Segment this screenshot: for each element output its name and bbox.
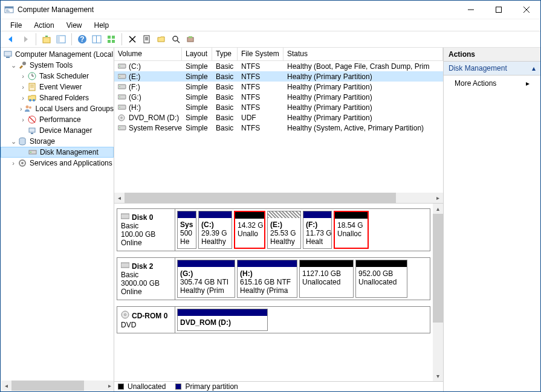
disk-map[interactable]: Disk 0 Basic 100.00 GB Online Sys500He (… — [114, 204, 433, 381]
tree-hscroll[interactable]: ◂▸ — [1, 381, 114, 391]
col-status[interactable]: Status — [283, 48, 443, 61]
svg-rect-63 — [118, 126, 126, 130]
svg-rect-51 — [118, 64, 126, 68]
chevron-right-icon[interactable]: › — [19, 116, 27, 123]
partition-unallocated[interactable]: 14.32 GUnallo — [234, 211, 265, 249]
chevron-right-icon[interactable]: › — [19, 105, 24, 112]
maximize-button[interactable] — [485, 1, 513, 19]
disk-2[interactable]: Disk 2 Basic 3000.00 GB Online (G:)305.7… — [117, 257, 430, 300]
more-actions[interactable]: More Actions▸ — [444, 76, 540, 91]
tree-event-viewer[interactable]: ›Event Viewer — [1, 82, 114, 92]
svg-rect-57 — [118, 95, 126, 99]
svg-rect-15 — [108, 36, 111, 39]
app-icon — [4, 5, 14, 14]
partition-unallocated[interactable]: 18.54 GUnalloc — [334, 211, 369, 249]
show-hide-tree-button[interactable] — [54, 33, 68, 46]
menu-help[interactable]: Help — [89, 20, 114, 31]
actions-section[interactable]: Disk Management▴ — [444, 62, 540, 76]
partition[interactable]: (H:)615.16 GB NTFHealthy (Prima — [237, 260, 297, 298]
volume-list[interactable]: Volume Layout Type File System Status (C… — [114, 48, 443, 204]
partition[interactable]: Sys500He — [177, 211, 196, 249]
volume-row[interactable]: (C:)SimpleBasicNTFSHealthy (Boot, Page F… — [114, 61, 443, 71]
partition[interactable]: (F:)11.73 GHealt — [303, 211, 332, 249]
volume-hscroll[interactable]: ◂▸ — [114, 193, 443, 203]
chevron-right-icon[interactable]: › — [19, 83, 27, 91]
svg-point-68 — [125, 314, 126, 316]
delete-icon[interactable] — [126, 33, 139, 46]
folder-share-icon — [27, 93, 37, 103]
svg-point-25 — [173, 36, 178, 41]
partition[interactable]: (G:)305.74 GB NTIHealthy (Prim — [177, 260, 235, 298]
chevron-right-icon[interactable]: › — [19, 72, 27, 80]
forward-button[interactable] — [19, 33, 32, 46]
menu-view[interactable]: View — [62, 20, 87, 31]
svg-rect-2 — [6, 10, 8, 10]
partition-unallocated[interactable]: 952.00 GBUnallocated — [355, 260, 407, 298]
chevron-right-icon[interactable]: › — [9, 159, 18, 167]
action-icon[interactable] — [184, 33, 197, 46]
svg-rect-14 — [96, 36, 97, 43]
svg-rect-65 — [121, 214, 129, 219]
svg-point-41 — [29, 106, 31, 109]
volume-row[interactable]: (G:)SimpleBasicNTFSHealthy (Primary Part… — [114, 92, 443, 102]
cdrom-label: CD-ROM 0 DVD — [117, 307, 175, 333]
col-volume[interactable]: Volume — [114, 48, 182, 61]
col-filesystem[interactable]: File System — [238, 48, 283, 61]
svg-point-56 — [119, 86, 120, 88]
close-button[interactable] — [513, 1, 540, 19]
svg-rect-66 — [121, 263, 129, 268]
tree-storage[interactable]: ⌄Storage — [1, 136, 114, 147]
partition[interactable]: (C:)29.39 GHealthy — [198, 211, 232, 249]
chevron-right-icon: ▸ — [526, 79, 530, 88]
tree-performance[interactable]: ›Performance — [1, 114, 114, 125]
tree-device-manager[interactable]: Device Manager — [1, 125, 114, 136]
tree-root[interactable]: Computer Management (Local — [1, 49, 114, 60]
disk-2-label: Disk 2 Basic 3000.00 GB Online — [117, 258, 175, 300]
partition[interactable]: DVD_ROM (D:) — [177, 309, 268, 331]
tree-shared-folders[interactable]: ›Shared Folders — [1, 92, 114, 103]
svg-point-52 — [119, 66, 120, 67]
svg-rect-27 — [187, 37, 193, 42]
partition-unallocated[interactable]: 1127.10 GBUnallocated — [299, 260, 354, 298]
back-button[interactable] — [4, 33, 18, 46]
tree-local-users[interactable]: ›Local Users and Groups — [1, 103, 114, 114]
col-layout[interactable]: Layout — [182, 48, 212, 61]
tree-task-scheduler[interactable]: ›Task Scheduler — [1, 71, 114, 82]
services-icon — [18, 158, 27, 168]
disk-0[interactable]: Disk 0 Basic 100.00 GB Online Sys500He (… — [117, 208, 430, 251]
rescan-icon[interactable] — [169, 33, 183, 46]
volume-headers[interactable]: Volume Layout Type File System Status — [114, 48, 443, 61]
chevron-down-icon[interactable]: ⌄ — [9, 62, 18, 69]
disk-icon — [28, 147, 37, 157]
collapse-icon[interactable]: ▴ — [532, 64, 536, 72]
open-icon[interactable] — [155, 33, 168, 46]
chevron-right-icon[interactable]: › — [19, 94, 27, 101]
disk-vscroll[interactable]: ▴▾ — [433, 204, 443, 381]
tree-disk-management[interactable]: Disk Management — [1, 147, 114, 158]
legend-primary-swatch — [175, 384, 181, 390]
nav-tree[interactable]: Computer Management (Local ⌄System Tools… — [1, 48, 114, 391]
settings-view-button[interactable] — [90, 33, 103, 46]
svg-rect-45 — [31, 133, 33, 134]
minimize-button[interactable] — [457, 1, 485, 19]
col-type[interactable]: Type — [212, 48, 238, 61]
volume-row[interactable]: DVD_ROM (D:)SimpleBasicUDFHealthy (Prima… — [114, 112, 443, 123]
up-button[interactable] — [40, 33, 53, 46]
partition-selected[interactable]: (E:)25.53 GHealthy — [267, 211, 301, 249]
chevron-down-icon[interactable]: ⌄ — [9, 138, 18, 146]
drive-icon — [118, 104, 126, 111]
refresh-button[interactable] — [105, 33, 118, 46]
menu-action[interactable]: Action — [29, 20, 59, 31]
volume-row[interactable]: (H:)SimpleBasicNTFSHealthy (Primary Part… — [114, 102, 443, 112]
tree-services[interactable]: ›Services and Applications — [1, 158, 114, 169]
volume-row[interactable]: System ReservedSimpleBasicNTFSHealthy (S… — [114, 123, 443, 133]
svg-rect-28 — [189, 36, 192, 38]
svg-point-48 — [30, 152, 31, 153]
menu-file[interactable]: File — [5, 20, 27, 31]
cdrom-0[interactable]: CD-ROM 0 DVD DVD_ROM (D:) — [117, 306, 430, 333]
volume-row[interactable]: (F:)SimpleBasicNTFSHealthy (Primary Part… — [114, 82, 443, 92]
tree-system-tools[interactable]: ⌄System Tools — [1, 60, 114, 71]
properties-icon[interactable] — [140, 33, 154, 46]
help-button[interactable]: ? — [76, 33, 89, 46]
volume-row[interactable]: (E:)SimpleBasicNTFSHealthy (Primary Part… — [114, 71, 443, 82]
